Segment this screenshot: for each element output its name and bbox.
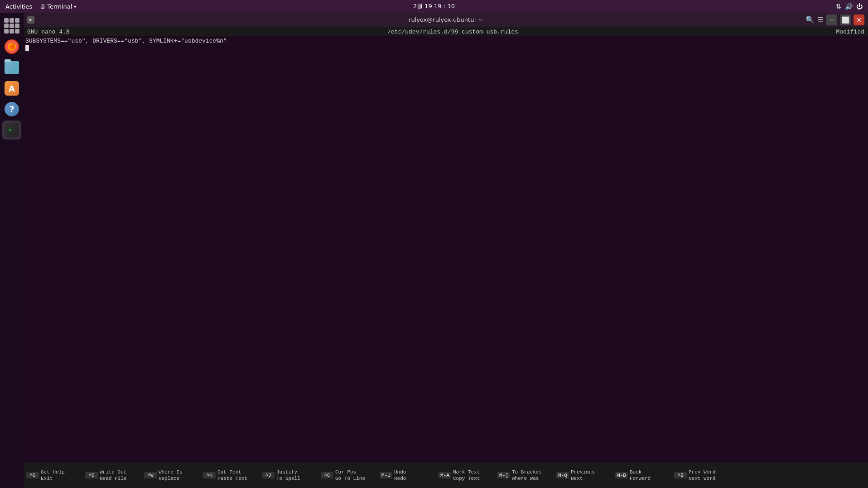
nano-filename: /etc/udev/rules.d/99-custom-usb.rules [387,29,518,35]
nano-label-back: BackForward [630,469,651,482]
nano-label-undo: UndoRedo [394,469,406,482]
files-launcher[interactable] [2,58,21,77]
minimize-button[interactable]: ─ [826,14,837,25]
firefox-svg [5,39,19,54]
appstore-icon: A [5,81,19,96]
nano-label-write-out: Write OutRead File [100,469,126,482]
nano-cmd-where-is[interactable]: ^W Where IsReplace [141,463,200,488]
terminal-icon-small: 🖥 [39,3,45,10]
topbar-datetime: 2월 19 19：10 [413,2,455,10]
show-applications-button[interactable] [2,16,21,35]
titlebar-title: rulyox@rulyox-ubuntu: ~ [409,16,483,23]
nano-key-previous: M-Q [556,472,569,478]
nano-cmd-previous-next[interactable]: M-Q PreviousNext [554,463,612,488]
ubuntu-software-launcher[interactable]: A [2,79,21,98]
nano-label-where-is: Where IsReplace [159,469,183,482]
topbar-left: Activities 🖥 Terminal ▾ [5,3,76,10]
nano-label-previous: PreviousNext [571,469,595,482]
nano-key-write-out: ^O [85,472,98,478]
power-icon[interactable]: ⏻ [856,3,863,10]
nano-cmd-cur-pos[interactable]: ^C Cur PosGo To Line [318,463,377,488]
nano-key-cur-pos: ^C [321,472,333,478]
application-dock: A ? >_ [0,13,24,488]
nano-cmd-justify[interactable]: ^J JustifyTo Spell [259,463,318,488]
nano-key-get-help: ^G [26,472,39,478]
volume-icon[interactable]: 🔊 [845,3,853,10]
nano-cursor-line [25,44,866,52]
menu-button[interactable]: ☰ [817,15,824,24]
nano-key-undo: M-U [380,472,392,478]
firefox-launcher[interactable] [2,37,21,56]
nano-key-justify: ^J [262,472,275,478]
nano-cmd-prev-next-word[interactable]: ^B Prev WordNext Word [671,463,730,488]
network-icon[interactable]: ⇅ [836,3,841,10]
nano-label-get-help: Get HelpExit [41,469,65,482]
titlebar-left: ▶ [27,16,34,24]
nano-key-mark-text: M-A [439,472,451,478]
firefox-icon [5,39,19,54]
nano-cmd-to-bracket[interactable]: M-] To BracketWhere Was [495,463,554,488]
nano-cmd-cut-text[interactable]: ^K Cut TextPaste Text [200,463,259,488]
nano-key-where-is: ^W [144,472,157,478]
nano-key-cut-text: ^K [203,472,216,478]
nano-label-cur-pos: Cur PosGo To Line [335,469,365,482]
titlebar-controls: 🔍 ☰ ─ ⬜ ✕ [805,14,864,25]
nano-commands-row1: ^G Get HelpExit ^O Write OutRead File ^W… [24,463,868,488]
nano-header: GNU nano 4.8 /etc/udev/rules.d/99-custom… [24,27,868,36]
terminal-app-icon: >_ [5,123,19,137]
terminal-window: ▶ rulyox@rulyox-ubuntu: ~ 🔍 ☰ ─ ⬜ ✕ GNU … [24,13,868,488]
nano-version: GNU nano 4.8 [27,29,70,35]
nano-cmd-write-out[interactable]: ^O Write OutRead File [82,463,141,488]
nano-key-back: M-B [615,472,628,478]
terminal-content: GNU nano 4.8 /etc/udev/rules.d/99-custom… [24,27,868,488]
terminal-launcher[interactable]: >_ [2,121,21,140]
nano-label-to-bracket: To BracketWhere Was [512,469,542,482]
search-button[interactable]: 🔍 [805,15,815,24]
terminal-menu-chevron: ▾ [74,4,76,9]
nano-cmd-mark-text[interactable]: M-A Mark TextCopy Text [436,463,495,488]
terminal-menu-label: Terminal [47,3,72,10]
help-icon: ? [5,102,19,116]
files-icon [5,61,19,74]
terminal-menu[interactable]: 🖥 Terminal ▾ [39,3,76,10]
nano-status: Modified [836,29,864,35]
nano-cmd-get-help[interactable]: ^G Get HelpExit [24,463,82,488]
activities-button[interactable]: Activities [5,3,32,10]
nano-line-1: SUBSYSTEMS=="usb", DRIVERS=="usb", SYMLI… [25,37,866,44]
terminal-tab-icon: ▶ [27,16,34,24]
nano-label-cut-text: Cut TextPaste Text [217,469,247,482]
restore-button[interactable]: ⬜ [840,14,851,25]
nano-label-justify: JustifyTo Spell [276,469,300,482]
nano-cmd-back-forward[interactable]: M-B BackForward [612,463,671,488]
nano-cursor [25,45,29,51]
apps-grid-icon [4,18,20,34]
nano-label-prev-word: Prev WordNext Word [689,469,715,482]
terminal-titlebar: ▶ rulyox@rulyox-ubuntu: ~ 🔍 ☰ ─ ⬜ ✕ [24,13,868,27]
top-system-bar: Activities 🖥 Terminal ▾ 2월 19 19：10 ⇅ 🔊 … [0,0,868,13]
nano-command-bar: ^G Get HelpExit ^O Write OutRead File ^W… [24,463,868,488]
datetime-display: 2월 19 19：10 [413,3,455,10]
nano-key-prev-word: ^B [674,472,687,478]
topbar-right-icons: ⇅ 🔊 ⏻ [836,3,863,10]
nano-line-content-1: SUBSYSTEMS=="usb", DRIVERS=="usb", SYMLI… [25,38,227,44]
nano-cmd-undo[interactable]: M-U UndoRedo [377,463,436,488]
help-launcher[interactable]: ? [2,100,21,119]
nano-key-to-bracket: M-] [497,472,510,478]
close-button[interactable]: ✕ [854,14,864,25]
nano-label-mark-text: Mark TextCopy Text [453,469,480,482]
nano-editor-area[interactable]: SUBSYSTEMS=="usb", DRIVERS=="usb", SYMLI… [24,36,868,463]
